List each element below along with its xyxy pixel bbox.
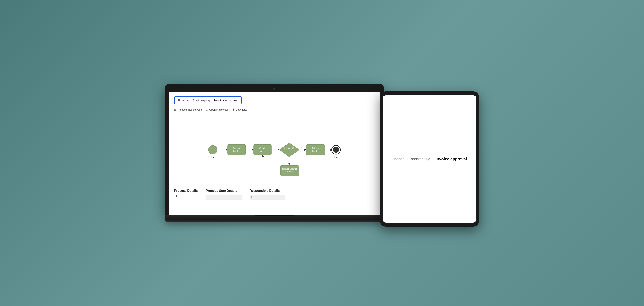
receive-label: Receive bbox=[233, 147, 240, 149]
breadcrumb[interactable]: Finance › Bookkeeping › Invoice approval bbox=[174, 96, 242, 104]
process-details: Process Details Title Process Step Detai… bbox=[174, 186, 374, 200]
process-details-col: Process Details Title bbox=[174, 189, 198, 200]
tablet-breadcrumb-invoice[interactable]: Invoice approval bbox=[436, 157, 467, 161]
release-node bbox=[306, 144, 325, 155]
responsible-col: Responsible Details ℹ bbox=[250, 189, 285, 200]
process-step-field: ℹ bbox=[206, 195, 242, 200]
responsible-title: Responsible Details bbox=[250, 189, 285, 193]
flowchart-area: ✓ x bbox=[174, 116, 374, 184]
release-label: Release bbox=[311, 147, 319, 149]
title-field-label: Title bbox=[174, 195, 198, 198]
download-icon: ⬇ bbox=[232, 108, 234, 111]
svg-text:x: x bbox=[288, 160, 289, 162]
laptop-screen: Finance › Bookkeeping › Invoice approval… bbox=[168, 92, 380, 215]
process-details-title: Process Details bbox=[174, 189, 198, 193]
decision-label: Invoice ok? bbox=[284, 147, 294, 149]
breadcrumb-finance[interactable]: Finance bbox=[178, 99, 189, 102]
process-step-col: Process Step Details ℹ bbox=[206, 189, 242, 200]
devices-container: Finance › Bookkeeping › Invoice approval… bbox=[165, 79, 479, 227]
tablet-breadcrumb-finance[interactable]: Finance bbox=[392, 157, 404, 161]
breadcrumb-invoice[interactable]: Invoice approval bbox=[214, 99, 238, 102]
browser-icon: ⊙ bbox=[206, 108, 208, 111]
tablet-breadcrumb: Finance › Bookkeeping › Invoice approval bbox=[392, 157, 467, 161]
flowchart-svg: ✓ x bbox=[174, 116, 374, 184]
tablet-device: Finance › Bookkeeping › Invoice approval bbox=[380, 91, 479, 227]
breadcrumb-sep-2: › bbox=[212, 99, 212, 102]
request-label-1: Request updated bbox=[282, 168, 297, 170]
laptop-camera bbox=[274, 88, 276, 90]
tablet-sep-2: › bbox=[432, 157, 434, 161]
toolbar-download-label: Download bbox=[236, 108, 247, 111]
end-label: End bbox=[334, 156, 338, 158]
toolbar-filename: Release Invoice.vsdx bbox=[178, 108, 202, 111]
laptop-base bbox=[165, 215, 384, 219]
receive-node bbox=[228, 144, 246, 155]
laptop-bezel: Finance › Bookkeeping › Invoice approval… bbox=[165, 84, 384, 215]
end-inner bbox=[333, 147, 339, 153]
responsible-field: ℹ bbox=[250, 195, 285, 200]
tablet-screen: Finance › Bookkeeping › Invoice approval bbox=[383, 95, 476, 223]
info-icon-1: ℹ bbox=[208, 196, 208, 199]
decision-node bbox=[279, 143, 299, 157]
tablet-content: Finance › Bookkeeping › Invoice approval bbox=[383, 95, 476, 223]
info-icon-2: ℹ bbox=[251, 196, 252, 199]
start-node bbox=[208, 145, 217, 154]
check-label: Check bbox=[259, 147, 266, 149]
breadcrumb-bookkeeping[interactable]: Bookkeeping bbox=[193, 99, 210, 102]
toolbar-open-label: Open in browser bbox=[209, 108, 228, 111]
breadcrumb-sep-1: › bbox=[190, 99, 191, 102]
laptop-foot bbox=[165, 219, 384, 222]
svg-text:✓: ✓ bbox=[301, 146, 303, 149]
tablet-breadcrumb-bookkeeping[interactable]: Bookkeeping bbox=[410, 157, 430, 161]
toolbar: ⊞ Release Invoice.vsdx ⊙ Open in browser… bbox=[174, 108, 374, 111]
process-step-title: Process Step Details bbox=[206, 189, 242, 193]
toolbar-download[interactable]: ⬇ Download bbox=[232, 108, 247, 111]
request-label-2: invoice bbox=[286, 171, 293, 173]
start-label: Start bbox=[210, 156, 215, 158]
laptop-device: Finance › Bookkeeping › Invoice approval… bbox=[165, 84, 384, 222]
check-node bbox=[254, 144, 272, 155]
toolbar-file[interactable]: ⊞ Release Invoice.vsdx bbox=[174, 108, 202, 111]
screen-content: Finance › Bookkeeping › Invoice approval… bbox=[168, 92, 380, 215]
toolbar-open-browser[interactable]: ⊙ Open in browser bbox=[206, 108, 228, 111]
svg-text:invoice: invoice bbox=[233, 150, 240, 152]
svg-text:invoice: invoice bbox=[312, 150, 319, 152]
visio-icon: ⊞ bbox=[174, 108, 176, 111]
svg-text:invoice: invoice bbox=[259, 150, 266, 152]
tablet-sep-1: › bbox=[406, 157, 408, 161]
